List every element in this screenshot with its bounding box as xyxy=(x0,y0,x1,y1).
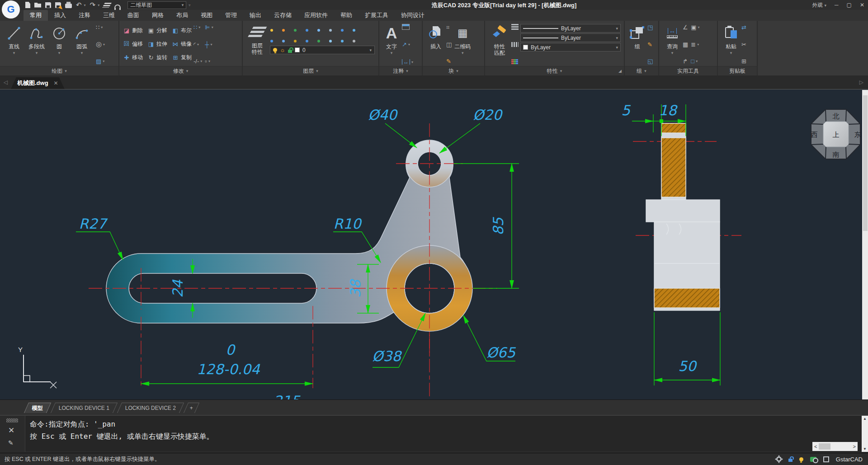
boolean-button[interactable]: ◧布尔 xyxy=(172,23,192,37)
scrollbar-thumb[interactable] xyxy=(819,443,830,450)
document-tab[interactable]: 机械图.dwg ✕ xyxy=(11,77,65,89)
scale-icon[interactable]: ▫ xyxy=(205,58,207,65)
scroll-down-icon[interactable]: ▼ xyxy=(863,447,867,451)
table-icon[interactable] xyxy=(402,24,410,30)
color-dropdown[interactable]: ByLayer ▾ xyxy=(520,43,621,52)
layer-delete-icon[interactable] xyxy=(353,36,362,42)
undo-icon[interactable]: ↶ xyxy=(76,1,82,9)
match-properties-button[interactable]: 特性匹配 xyxy=(488,23,511,66)
area-icon[interactable]: ▣ xyxy=(691,24,696,31)
id-point-icon[interactable]: ↱ xyxy=(683,58,688,65)
settings-gear-icon[interactable] xyxy=(776,456,782,462)
panel-modify-footer[interactable]: 修改▾ xyxy=(119,66,242,75)
color-grid-icon[interactable] xyxy=(511,59,518,65)
tab-view[interactable]: 视图 xyxy=(194,10,219,21)
support-headset-icon[interactable] xyxy=(114,1,121,9)
drag-grip-icon[interactable] xyxy=(6,418,18,423)
block-edit-icon[interactable]: ✎ xyxy=(446,58,451,65)
layer-merge-icon[interactable] xyxy=(329,25,338,31)
point-grid-icon[interactable]: ∷ xyxy=(96,24,99,31)
tab-surface[interactable]: 曲面 xyxy=(121,10,146,21)
panel-layers-footer[interactable]: 图层▾ xyxy=(243,66,378,75)
tab-apps[interactable]: 应用软件 xyxy=(298,10,334,21)
undo-dropdown-icon[interactable]: ▾ xyxy=(84,3,86,7)
layer-thaw-icon[interactable] xyxy=(282,25,291,31)
ellipse-icon[interactable]: ◎ xyxy=(96,40,102,48)
align-icon[interactable]: ⊫ xyxy=(205,24,210,31)
tab-3d[interactable]: 三维 xyxy=(97,10,121,21)
layout-tab-locking-device-2[interactable]: LOCKING DEVICE 2 xyxy=(117,403,184,413)
maximize-button[interactable]: ▢ xyxy=(847,2,852,8)
toolbar-options-icon[interactable]: ▿ xyxy=(189,3,190,7)
tab-insert[interactable]: 插入 xyxy=(48,10,72,21)
plot-icon[interactable] xyxy=(65,1,72,9)
layer-unlock-icon[interactable] xyxy=(294,25,303,31)
quick-select-icon[interactable]: □ xyxy=(691,58,694,65)
scroll-up-icon[interactable]: ▲ xyxy=(863,417,867,421)
feedback-chat-icon[interactable] xyxy=(810,457,816,462)
ui-unlock-icon[interactable] xyxy=(788,459,793,462)
open-file-icon[interactable] xyxy=(34,1,41,9)
mirror-button[interactable]: ⋈镜像 xyxy=(172,37,192,51)
layout-tab-locking-device-1[interactable]: LOCKING DEVICE 1 xyxy=(51,403,118,413)
copy-with-basepoint-icon[interactable]: ⇄ xyxy=(741,24,746,31)
panel-utilities-footer[interactable]: 实用工具 xyxy=(659,66,717,75)
tab-collaboration[interactable]: 协同设计 xyxy=(395,10,431,21)
text-button[interactable]: A 文字▾ xyxy=(382,23,401,66)
layer-isolate-icon[interactable] xyxy=(317,25,326,31)
tab-help[interactable]: 帮助 xyxy=(334,10,359,21)
current-layer-dropdown[interactable]: ☼ 0 ▾ xyxy=(270,46,375,54)
linetype-dropdown[interactable]: ByLayer ▾ xyxy=(520,33,621,42)
dialog-launcher-icon[interactable]: ◢ xyxy=(618,69,622,73)
tab-output[interactable]: 输出 xyxy=(243,10,268,21)
new-file-icon[interactable] xyxy=(25,1,30,9)
tab-home[interactable]: 常用 xyxy=(24,10,48,21)
layer-on-icon[interactable] xyxy=(270,25,279,31)
document-tab-close-icon[interactable]: ✕ xyxy=(54,80,58,86)
line-button[interactable]: 直线▾ xyxy=(3,23,25,66)
paste-button[interactable]: 粘贴▾ xyxy=(721,23,741,66)
lineweight-dropdown[interactable]: ByLayer ▾ xyxy=(520,24,621,33)
stretch-button[interactable]: ◨拉伸 xyxy=(147,37,167,51)
redo-icon[interactable]: ↷ xyxy=(90,1,96,9)
layer-copy-objects-icon[interactable] xyxy=(329,36,338,42)
layer-off-icon[interactable] xyxy=(270,36,279,42)
linetype-icon[interactable] xyxy=(511,42,519,47)
canvas-vertical-scrollbar[interactable] xyxy=(862,90,868,400)
layer-properties-button[interactable]: 图层特性 xyxy=(245,22,269,66)
calculator-icon[interactable]: ▦ xyxy=(683,41,688,48)
close-button[interactable]: ✕ xyxy=(860,2,864,8)
layer-current-icon[interactable] xyxy=(306,25,315,31)
layout-tab-model[interactable]: 模型 xyxy=(24,403,51,413)
dimension-icon[interactable]: ↔ xyxy=(402,59,410,65)
inquiry-button[interactable]: ↔ 查询▾ xyxy=(662,23,683,66)
rotate-button[interactable]: ↻旋转 xyxy=(147,51,167,64)
copy-clip-icon[interactable]: ⊞ xyxy=(741,58,746,65)
polyline-button[interactable]: 多段线▾ xyxy=(25,23,48,66)
attribute-define-icon[interactable]: ⌗ xyxy=(446,24,449,31)
arc-button[interactable]: 圆弧▾ xyxy=(71,23,93,66)
fillet-icon[interactable]: ◜ xyxy=(193,41,196,48)
tab-manage[interactable]: 管理 xyxy=(219,10,243,21)
layer-walk-icon[interactable] xyxy=(341,25,350,31)
tab-scroll-left-icon[interactable]: ◁ xyxy=(4,79,8,85)
command-line-panel[interactable]: ✕ ✎ 命令:指定对角点: '_pan按 Esc 或 Enter 键退出, 或单… xyxy=(0,415,868,451)
offset-button[interactable]: 回偏移 xyxy=(123,37,143,51)
layer-lock-icon[interactable] xyxy=(294,36,303,42)
model-space[interactable]: Ø40 Ø20 R27 R10 24 38 85 0 128-0.04 215 … xyxy=(0,89,862,400)
layer-prev-icon[interactable] xyxy=(306,36,315,42)
panel-properties-footer[interactable]: 特性▾ ◢ xyxy=(485,66,624,75)
block-base-icon[interactable]: ◫ xyxy=(446,41,452,48)
circle-button[interactable]: 圆▾ xyxy=(48,23,71,66)
erase-button[interactable]: ◪删除 xyxy=(123,23,143,37)
qrcode-button[interactable]: ▦ 二维码▾ xyxy=(452,23,473,66)
array-icon[interactable]: ∷ xyxy=(193,24,197,31)
lineweight-icon[interactable] xyxy=(511,24,519,30)
group-select-icon[interactable]: ◱ xyxy=(647,58,653,65)
workspace-switcher[interactable]: 二维草图 ▾ xyxy=(127,1,186,9)
tab-layout[interactable]: 布局 xyxy=(170,10,194,21)
scrollbar-thumb[interactable] xyxy=(863,95,868,231)
command-edit-icon[interactable]: ✎ xyxy=(8,439,14,446)
panel-block-footer[interactable]: 块▾ xyxy=(423,66,484,75)
copy-button[interactable]: ⊞复制 xyxy=(172,51,192,64)
